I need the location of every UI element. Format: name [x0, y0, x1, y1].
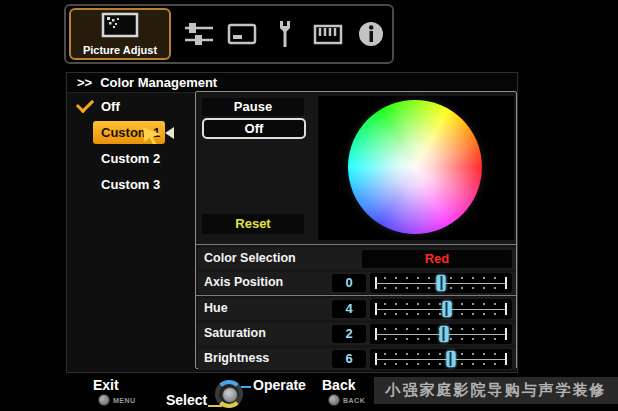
color-selection-label: Color Selection [204, 251, 296, 265]
hue-label: Hue [204, 301, 228, 315]
axis-position-value: 0 [332, 274, 366, 292]
panel-title-text: Color Management [100, 75, 217, 90]
saturation-row[interactable]: Saturation 2 [198, 323, 516, 345]
slider-ticks-top [384, 353, 498, 355]
preset-menu: Off Custom 1 Custom 2 Custom 3 [67, 95, 195, 199]
saturation-label: Saturation [204, 326, 266, 340]
menu-item-custom2-label: Custom 2 [101, 151, 160, 166]
saturation-slider[interactable] [370, 324, 512, 344]
color-selection-row[interactable]: Color Selection Red [198, 248, 516, 270]
brightness-row[interactable]: Brightness 6 [198, 348, 516, 370]
slider-handle[interactable] [446, 351, 455, 367]
osd-screen: Picture Adjust [0, 0, 618, 411]
exit-label: Exit [93, 377, 119, 393]
menu-item-off[interactable]: Off [67, 95, 195, 118]
left-arrow-icon [165, 127, 174, 139]
back-label: Back [322, 377, 355, 393]
color-management-panel: >> Color Management Off Custom 1 Custom … [66, 72, 518, 373]
hue-value: 4 [332, 300, 366, 318]
divider [196, 295, 516, 296]
tab-picture-adjust[interactable]: Picture Adjust [69, 8, 171, 60]
reset-button[interactable]: Reset [202, 214, 304, 234]
slider-ticks-bottom [384, 363, 498, 365]
wrench-icon[interactable] [268, 17, 302, 51]
slider-handle[interactable] [442, 301, 451, 317]
slider-ticks-bottom [384, 313, 498, 315]
color-wheel[interactable] [348, 100, 482, 234]
checkmark-icon [76, 95, 94, 113]
back-button-label: BACK [343, 397, 365, 404]
pause-label: Pause [202, 98, 304, 116]
axis-position-row[interactable]: Axis Position 0 [198, 272, 516, 294]
terminal-icon[interactable] [311, 17, 345, 51]
select-label: Select [166, 392, 207, 408]
panel-title-prefix: >> [77, 75, 92, 90]
watermark-text: 小强家庭影院导购与声学装修 [374, 377, 618, 404]
info-icon[interactable] [354, 17, 388, 51]
menu-item-off-label: Off [101, 99, 120, 114]
menu-item-custom3-label: Custom 3 [101, 177, 160, 192]
toolbar-icons [178, 6, 392, 62]
menu-button-label: MENU [113, 397, 136, 404]
back-button-icon [328, 394, 340, 406]
divider [196, 244, 516, 245]
brightness-slider[interactable] [370, 349, 512, 369]
menu-item-custom1[interactable]: Custom 1 [67, 121, 195, 144]
brightness-label: Brightness [204, 351, 269, 365]
menu-item-custom2[interactable]: Custom 2 [67, 147, 195, 170]
display-icon[interactable] [225, 17, 259, 51]
hue-row[interactable]: Hue 4 [198, 298, 516, 320]
menu-button-icon [98, 394, 110, 406]
axis-position-label: Axis Position [204, 275, 283, 289]
slider-handle[interactable] [437, 275, 446, 291]
operate-connector-line [241, 386, 251, 388]
toolbar: Picture Adjust [64, 4, 394, 64]
slider-track [376, 309, 506, 310]
tab-picture-adjust-label: Picture Adjust [83, 44, 157, 56]
pause-value-button[interactable]: Off [202, 118, 306, 139]
saturation-value: 2 [332, 325, 366, 343]
color-wheel-box [318, 96, 514, 240]
dpad-icon [215, 380, 243, 408]
picture-adjust-icon [101, 12, 139, 42]
operate-label: Operate [253, 377, 306, 393]
hue-slider[interactable] [370, 299, 512, 319]
color-selection-value[interactable]: Red [362, 250, 512, 268]
custom-adjust-subpanel: Pause Off Reset Color Selection Red Axis… [195, 91, 517, 369]
brightness-value: 6 [332, 350, 366, 368]
sliders-icon[interactable] [182, 17, 216, 51]
axis-position-slider[interactable] [370, 273, 512, 293]
menu-item-custom3[interactable]: Custom 3 [67, 173, 195, 196]
back-button-hint: BACK [328, 394, 365, 406]
slider-handle[interactable] [439, 326, 448, 342]
slider-track [376, 359, 506, 360]
panel-title: >> Color Management [67, 73, 517, 93]
menu-button-hint: MENU [98, 394, 136, 406]
slider-ticks-top [384, 303, 498, 305]
